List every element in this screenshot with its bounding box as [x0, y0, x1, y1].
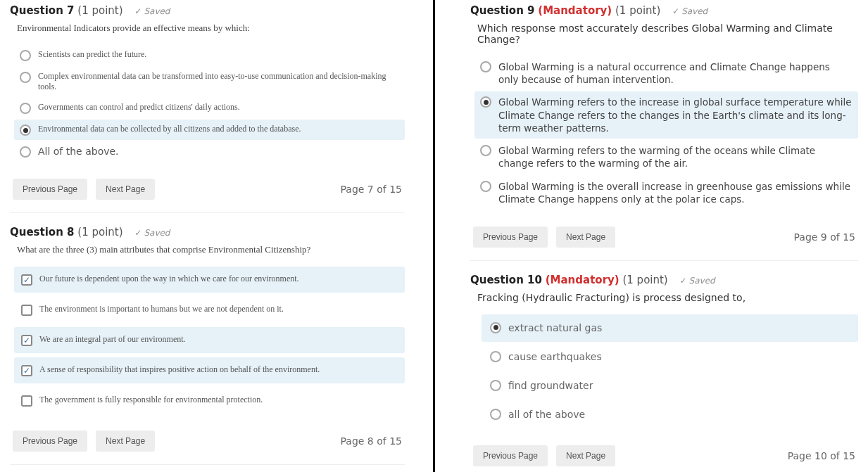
q8-pagination: Page 8 of 15	[341, 435, 402, 447]
question-9-text: Which response most accurately describes…	[477, 23, 858, 45]
q9-option-2-label: Global Warming refers to the increase in…	[498, 96, 853, 134]
question-7-saved: ✓Saved	[134, 6, 170, 16]
question-8-number: Question 8	[10, 226, 75, 238]
question-8-options: Our future is dependent upon the way in …	[14, 267, 405, 414]
q9-option-1[interactable]: Global Warming is a natural occurrence a…	[474, 56, 858, 90]
radio-icon	[490, 380, 501, 391]
q8-option-4-label: A sense of responsibility that inspires …	[39, 364, 320, 375]
previous-page-button[interactable]: Previous Page	[13, 430, 87, 452]
q7-option-4-label: Environmental data can be collected by a…	[38, 124, 301, 134]
question-10-saved: ✓Saved	[680, 276, 715, 286]
check-icon: ✓	[134, 6, 141, 16]
radio-icon	[20, 146, 31, 158]
checkbox-icon	[21, 305, 32, 316]
previous-page-button[interactable]: Previous Page	[473, 445, 548, 466]
previous-page-button[interactable]: Previous Page	[13, 179, 87, 200]
q7-option-5[interactable]: All of the above.	[14, 141, 405, 162]
q10-option-3[interactable]: find groundwater	[482, 372, 858, 400]
q9-option-3[interactable]: Global Warming refers to the warming of …	[474, 140, 858, 174]
q7-nav: Previous Page Next Page Page 7 of 15	[10, 173, 405, 208]
next-page-button[interactable]: Next Page	[556, 445, 615, 466]
right-panel: Question 9 (Mandatory) (1 point) ✓Saved …	[435, 0, 868, 472]
q7-option-5-label: All of the above.	[38, 146, 119, 157]
next-page-button[interactable]: Next Page	[556, 227, 615, 248]
radio-icon	[490, 351, 501, 362]
q7-option-2[interactable]: Complex environmental data can be transf…	[14, 67, 405, 96]
q7-option-1-label: Scientists can predict the future.	[38, 49, 146, 60]
q9-option-3-label: Global Warming refers to the warming of …	[498, 144, 853, 170]
question-9: Question 9 (Mandatory) (1 point) ✓Saved …	[442, 0, 861, 269]
question-10-text: Fracking (Hydraulic Fracturing) is proce…	[477, 292, 858, 303]
q10-option-1[interactable]: extract natural gas	[482, 314, 858, 342]
question-7-options: Scientists can predict the future. Compl…	[14, 45, 405, 162]
q10-option-2[interactable]: cause earthquakes	[482, 343, 858, 371]
q8-option-3-label: We are an integral part of our environme…	[39, 334, 186, 345]
radio-icon	[480, 96, 491, 108]
checkbox-icon	[21, 335, 32, 346]
separator	[10, 212, 405, 213]
q9-nav: Previous Page Next Page Page 9 of 15	[470, 221, 858, 256]
checkbox-icon	[21, 274, 32, 286]
q10-option-4[interactable]: all of the above	[482, 401, 858, 428]
question-9-options: Global Warming is a natural occurrence a…	[474, 56, 858, 210]
separator	[10, 464, 405, 465]
question-9-mandatory: (Mandatory)	[538, 4, 612, 17]
q8-option-3[interactable]: We are an integral part of our environme…	[14, 327, 405, 353]
q8-option-2[interactable]: The environment is important to humans b…	[14, 297, 405, 323]
q8-option-5[interactable]: The government is fully responsible for …	[14, 388, 405, 414]
question-10-options: extract natural gas cause earthquakes fi…	[482, 314, 858, 428]
q9-option-4[interactable]: Global Warming is the overall increase i…	[474, 176, 858, 210]
next-page-button[interactable]: Next Page	[96, 179, 155, 200]
question-8: Question 8 (1 point) ✓Saved What are the…	[7, 222, 426, 472]
q10-option-2-label: cause earthquakes	[508, 350, 602, 364]
left-panel: Question 7 (1 point) ✓Saved Environmenta…	[0, 0, 433, 472]
radio-icon	[20, 50, 31, 61]
next-page-button[interactable]: Next Page	[96, 430, 155, 452]
check-icon: ✓	[134, 228, 141, 238]
question-10-number: Question 10	[470, 274, 542, 286]
radio-icon	[480, 61, 491, 72]
previous-page-button[interactable]: Previous Page	[473, 227, 548, 248]
q8-option-2-label: The environment is important to humans b…	[39, 304, 284, 314]
question-7-text: Environmental Indicators provide an effe…	[17, 23, 405, 34]
question-7-number: Question 7	[10, 4, 75, 17]
q9-option-1-label: Global Warming is a natural occurrence a…	[498, 60, 853, 86]
question-9-title: Question 9 (Mandatory) (1 point) ✓Saved	[470, 4, 858, 17]
q10-option-3-label: find groundwater	[508, 379, 593, 393]
question-10-points: (1 point)	[622, 274, 667, 286]
q10-nav: Previous Page Next Page Page 10 of 15	[470, 440, 858, 472]
question-9-points: (1 point)	[615, 4, 660, 17]
q8-nav: Previous Page Next Page Page 8 of 15	[10, 425, 405, 460]
q7-option-3-label: Governments can control and predict citi…	[38, 102, 240, 113]
q10-pagination: Page 10 of 15	[788, 450, 855, 461]
question-8-saved: ✓Saved	[134, 228, 170, 238]
question-7-title: Question 7 (1 point) ✓Saved	[10, 4, 405, 17]
question-10-mandatory: (Mandatory)	[546, 274, 619, 286]
question-8-text: What are the three (3) main attributes t…	[17, 244, 405, 255]
q8-option-5-label: The government is fully responsible for …	[39, 395, 263, 405]
radio-icon	[480, 181, 491, 192]
q7-option-4[interactable]: Environmental data can be collected by a…	[14, 120, 405, 140]
q9-option-2[interactable]: Global Warming refers to the increase in…	[474, 91, 858, 139]
checkbox-icon	[21, 365, 32, 376]
q10-option-4-label: all of the above	[508, 408, 585, 421]
q7-option-1[interactable]: Scientists can predict the future.	[14, 45, 405, 65]
checkbox-icon	[21, 395, 32, 407]
radio-icon	[490, 322, 501, 333]
q7-option-3[interactable]: Governments can control and predict citi…	[14, 98, 405, 118]
question-9-number: Question 9	[470, 4, 535, 17]
q8-option-1-label: Our future is dependent upon the way in …	[39, 274, 299, 284]
question-8-title: Question 8 (1 point) ✓Saved	[10, 226, 405, 238]
radio-icon	[480, 145, 491, 156]
radio-icon	[20, 72, 31, 83]
q8-option-4[interactable]: A sense of responsibility that inspires …	[14, 357, 405, 383]
radio-icon	[20, 103, 31, 114]
radio-icon	[20, 125, 31, 136]
question-8-points: (1 point)	[77, 226, 122, 238]
q8-option-1[interactable]: Our future is dependent upon the way in …	[14, 267, 405, 293]
q7-option-2-label: Complex environmental data can be transf…	[38, 71, 399, 92]
check-icon: ✓	[680, 276, 687, 286]
radio-icon	[490, 409, 501, 420]
separator	[470, 260, 858, 261]
question-9-saved: ✓Saved	[672, 6, 707, 16]
